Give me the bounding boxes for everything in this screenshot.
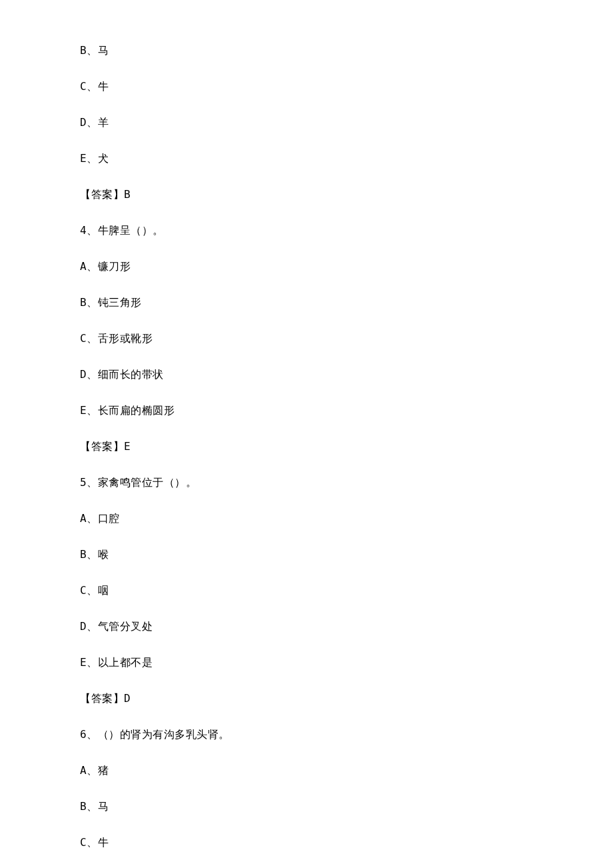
option-b: B、钝三角形 [80,295,533,311]
document-page: B、马 C、牛 D、羊 E、犬 【答案】B 4、牛脾呈（）。 A、镰刀形 B、钝… [0,0,613,868]
option-b: B、马 [80,799,533,815]
option-b: B、喉 [80,547,533,563]
option-c: C、舌形或靴形 [80,331,533,347]
option-b: B、马 [80,43,533,59]
option-a: A、猪 [80,763,533,779]
answer-line: 【答案】E [80,439,533,455]
option-c: C、牛 [80,79,533,95]
option-e: E、以上都不是 [80,655,533,671]
answer-line: 【答案】B [80,187,533,203]
question-4: 4、牛脾呈（）。 [80,223,533,239]
option-a: A、口腔 [80,511,533,527]
option-a: A、镰刀形 [80,259,533,275]
option-c: C、咽 [80,583,533,599]
option-e: E、犬 [80,151,533,167]
option-e: E、长而扁的椭圆形 [80,403,533,419]
option-d: D、羊 [80,115,533,131]
option-d: D、细而长的带状 [80,367,533,383]
question-6: 6、（）的肾为有沟多乳头肾。 [80,727,533,743]
question-5: 5、家禽鸣管位于（）。 [80,475,533,491]
option-c: C、牛 [80,835,533,851]
answer-line: 【答案】D [80,691,533,707]
option-d: D、气管分叉处 [80,619,533,635]
